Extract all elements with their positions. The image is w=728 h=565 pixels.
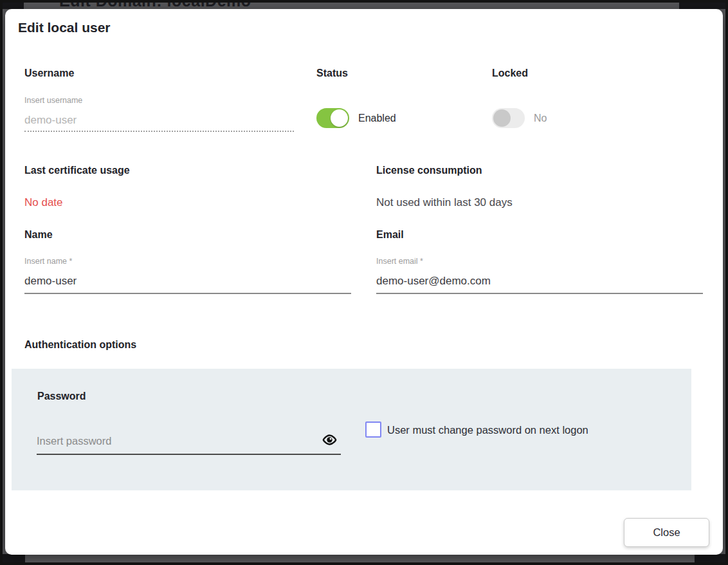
background-dialog-title-clipped: Edit Domain: localDemo — [59, 3, 361, 9]
license-consumption-value: Not used within last 30 days — [376, 197, 513, 208]
background-window-fragment — [679, 3, 725, 9]
status-label: Status — [316, 68, 348, 79]
name-label: Name — [24, 230, 53, 240]
username-input[interactable] — [24, 110, 294, 131]
last-certificate-usage-value: No date — [24, 197, 63, 208]
password-field-wrap — [37, 428, 341, 455]
background-window-fragment — [695, 554, 725, 562]
locked-label: Locked — [492, 68, 528, 79]
dialog-title: Edit local user — [18, 20, 111, 35]
username-hint: Insert username — [24, 97, 82, 105]
email-input[interactable] — [376, 269, 703, 293]
background-dialog-title-text: Edit Domain: localDemo — [59, 3, 251, 9]
license-consumption-label: License consumption — [376, 165, 482, 176]
name-field-wrap — [24, 269, 351, 294]
authentication-options-heading: Authentication options — [24, 340, 136, 350]
screen: Edit Domain: localDemo Edit local user U… — [0, 0, 728, 565]
last-certificate-usage-label: Last certificate usage — [24, 165, 130, 176]
name-hint: Insert name * — [24, 257, 72, 266]
locked-toggle[interactable] — [492, 108, 525, 128]
background-window-fragment — [3, 3, 24, 9]
email-field-wrap — [376, 269, 703, 294]
close-button[interactable]: Close — [624, 518, 709, 547]
eye-icon — [322, 432, 337, 449]
status-toggle[interactable] — [316, 108, 349, 128]
edit-local-user-dialog: Edit local user Username Insert username… — [5, 9, 723, 555]
background-window-fragment — [3, 554, 25, 562]
toggle-knob — [493, 109, 511, 127]
username-label: Username — [24, 68, 74, 79]
locked-state-text: No — [534, 113, 547, 124]
password-label: Password — [37, 391, 86, 402]
change-password-row: User must change password on next logon — [365, 421, 588, 438]
password-input[interactable] — [37, 435, 322, 447]
authentication-panel: Password User must change password on ne… — [12, 369, 691, 490]
username-field-wrap — [24, 110, 294, 132]
toggle-knob — [331, 109, 348, 127]
email-label: Email — [376, 230, 404, 240]
name-input[interactable] — [24, 269, 351, 293]
email-hint: Insert email * — [376, 257, 423, 266]
change-password-label: User must change password on next logon — [387, 424, 588, 437]
change-password-checkbox[interactable] — [365, 421, 381, 438]
show-password-button[interactable] — [322, 432, 341, 449]
status-state-text: Enabled — [358, 113, 396, 124]
